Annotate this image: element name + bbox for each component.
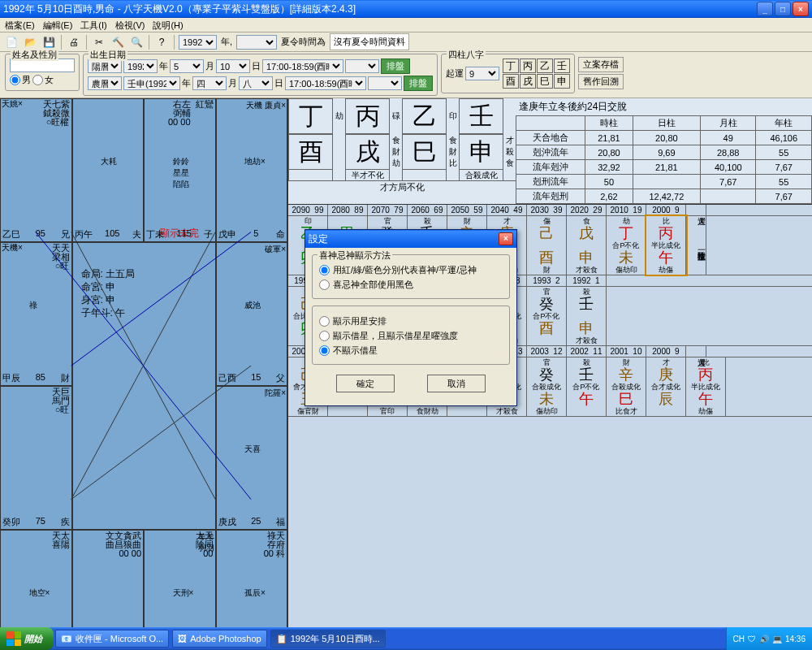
task-item[interactable]: 📧 收件匣 - Microsoft O... — [55, 630, 169, 648]
color-opt2-radio[interactable] — [319, 280, 330, 290]
task-item-active[interactable]: 📋 1992年 5月10日酉時... — [270, 630, 386, 648]
task-item[interactable]: 🖼 Adobe Photoshop — [172, 630, 266, 648]
stem-cell: 丁 — [288, 98, 333, 134]
tray-icon[interactable]: 🔊 — [759, 635, 769, 644]
menu-help[interactable]: 說明(H) — [153, 20, 183, 30]
save-case-button[interactable]: 立案存檔 — [578, 57, 624, 72]
solar-day-select[interactable]: 10 — [216, 59, 250, 73]
stem-cell: 壬 — [459, 98, 503, 134]
solar-go-button[interactable]: 排盤 — [381, 58, 410, 74]
luck-cell[interactable]: 財 辛 合殺成化 巳 比食才 — [607, 358, 646, 416]
menubar: 檔案(E) 編輯(E) 工具(I) 檢視(V) 說明(H) — [0, 18, 812, 32]
new-icon[interactable]: 📄 — [3, 34, 19, 50]
stem-cell: 乙 — [402, 98, 447, 134]
lunar-month-select[interactable]: 四 — [192, 76, 227, 90]
birthdate-group: 出生日期 陽曆 1992年 5月 10日 17:00-18:59(酉時) 排盤 … — [83, 54, 438, 96]
system-tray[interactable]: CH 🛡 🔊 💻 14:36 — [726, 627, 812, 650]
qiyun-select[interactable]: 9 — [465, 67, 499, 80]
star-opt2-radio[interactable] — [319, 331, 330, 341]
calendar-solar-select[interactable]: 陽曆 — [88, 59, 122, 73]
minimize-button[interactable]: _ — [757, 2, 773, 16]
gender-female-radio[interactable] — [32, 75, 43, 85]
open-icon[interactable]: 📂 — [22, 34, 38, 50]
start-button[interactable]: 開始 — [0, 627, 54, 650]
branch-cell: 酉 — [288, 134, 333, 170]
calendar-lunar-select[interactable]: 農曆 — [88, 76, 122, 90]
close-button[interactable]: × — [793, 2, 809, 16]
dst-status: 沒有夏令時間資料 — [330, 33, 409, 50]
solar-extra-select[interactable] — [345, 59, 379, 73]
ziwei-palace[interactable]: 破軍×威池己酉15父 — [216, 242, 288, 386]
settings-dialog: 設定 × 喜神忌神顯示方法 用紅/綠/藍色分別代表喜神/平運/忌神 喜忌神全部使… — [304, 229, 517, 406]
ziwei-palace[interactable]: 天巨馬門○旺癸卯75疾 — [0, 386, 72, 530]
star-display-group: 顯示用星安排 顯示借星，且顯示借星星曜強度 不顯示借星 — [312, 306, 510, 365]
luck-cell[interactable]: 殺 壬 合P不化 午 — [567, 358, 607, 416]
tool-icon-1[interactable]: ✂ — [91, 34, 107, 50]
luck-cell[interactable]: 才 庚 合才成化 辰 — [646, 358, 686, 416]
luck-cell[interactable]: 官 癸 合殺成化 未 傷劫印 — [527, 358, 567, 416]
solar-hour-select[interactable]: 17:00-18:59(酉時) — [262, 59, 343, 73]
dialog-ok-button[interactable]: 確定 — [336, 375, 395, 392]
dialog-titlebar: 設定 × — [305, 230, 516, 248]
menu-edit[interactable]: 編輯(E) — [43, 20, 73, 30]
menu-view[interactable]: 檢視(V) — [115, 20, 145, 30]
gender-male-radio[interactable] — [10, 75, 20, 85]
tool-icon-2[interactable]: 🔨 — [110, 34, 126, 50]
dst-select[interactable] — [236, 35, 277, 50]
lunar-day-select[interactable]: 八 — [239, 76, 273, 90]
ziwei-palace[interactable]: 天七紫鉞殺微○旺權天姚×乙巳95兄 — [0, 98, 72, 242]
print-icon[interactable]: 🖨 — [66, 34, 82, 50]
menu-file[interactable]: 檔案(E) — [5, 20, 35, 30]
menu-tools[interactable]: 工具(I) — [80, 20, 106, 30]
color-opt1-radio[interactable] — [319, 265, 330, 275]
window-title: 1992年 5月10日酉時,男命 - 八字天機V2.0（專業子平紫斗雙盤版）[詳… — [3, 2, 757, 16]
branch-cell: 巳 — [402, 134, 447, 170]
bazi-header: 丁劫丙碌乙印壬 酉戌食財劫巳食財比申才殺食 半才不化合殺成化 才方局不化 逢庚年… — [288, 98, 812, 205]
luck-cell[interactable]: 殺 壬 申 才殺食 — [567, 287, 607, 345]
star-opt1-radio[interactable] — [319, 316, 330, 327]
input-form: 姓名及性別 男 女 出生日期 陽曆 1992年 5月 10日 17:00-18:… — [0, 52, 812, 98]
luck-cell[interactable]: 傷 己 酉 財 — [527, 216, 567, 275]
ziwei-center: 命局: 土五局命宮: 申身宮: 申子年斗: 午 — [72, 242, 216, 530]
sizhu-group: 四柱八字 起運 9 丁丙乙壬 酉戌巳申 — [441, 54, 575, 93]
color-method-group: 喜神忌神顯示方法 用紅/綠/藍色分別代表喜神/平運/忌神 喜忌神全部使用黑色 — [312, 254, 510, 299]
lunar-year-select[interactable]: 壬申(1992) — [123, 76, 180, 90]
luck-table: 逢庚年立冬後約24日交脫 時柱日柱月柱年柱天合地合21,8120,804946,… — [516, 98, 812, 204]
luck-cell[interactable]: 比 丙 半比成化 午 劫傷 — [686, 358, 726, 416]
solar-year-select[interactable]: 1992 — [123, 59, 158, 73]
four-pillars: 丁劫丙碌乙印壬 酉戌食財劫巳食財比申才殺食 半才不化合殺成化 才方局不化 — [288, 98, 516, 204]
ziwei-palace[interactable]: 天機 廉貞×地劫×戊申5命 — [216, 98, 288, 242]
luck-cell[interactable]: 官 癸 合P不化 酉 — [527, 287, 567, 345]
name-gender-group: 姓名及性別 男 女 — [5, 54, 80, 91]
save-icon[interactable]: 💾 — [41, 34, 57, 50]
year-label: 年, — [219, 36, 234, 48]
dialog-close-button[interactable]: × — [499, 232, 513, 245]
branch-cell: 申 — [459, 134, 503, 170]
dst-label: 夏令時間為 — [279, 36, 327, 48]
year-select[interactable]: 1992 — [179, 35, 217, 50]
help-icon[interactable]: ? — [153, 34, 170, 50]
luck-cell[interactable]: 食 戊 申 才殺食 — [567, 216, 607, 275]
luck-cell[interactable]: 劫 丁 合P不化 未 傷劫印 — [607, 216, 646, 275]
ziwei-palace[interactable]: 紅鸞右左弼輔00 00鈴鈴星星陷陷顯示未完丁未115子 — [144, 98, 216, 242]
clock: 14:36 — [785, 635, 806, 644]
lunar-hour-select[interactable]: 17:00-18:59(酉時) — [285, 76, 366, 90]
dialog-cancel-button[interactable]: 取消 — [427, 375, 486, 392]
solar-month-select[interactable]: 5 — [170, 59, 204, 73]
recall-button[interactable]: 舊作回溯 — [578, 74, 624, 89]
lunar-extra-select[interactable] — [368, 76, 402, 90]
star-opt3-radio[interactable] — [319, 345, 330, 356]
windows-logo-icon — [6, 631, 21, 646]
tool-icon-3[interactable]: 🔍 — [128, 34, 145, 50]
maximize-button[interactable]: □ — [775, 2, 791, 16]
lunar-go-button[interactable]: 排盤 — [404, 76, 433, 91]
ziwei-palace[interactable]: 大耗丙午105夫 — [72, 98, 145, 242]
tray-icon[interactable]: 💻 — [772, 635, 782, 644]
ziwei-palace[interactable]: 陀羅×天喜庚戌25福 — [216, 386, 288, 530]
sizhu-grid: 丁丙乙壬 酉戌巳申 — [503, 58, 570, 89]
luck-cell[interactable]: 比 丙 半比成化 午 劫傷 — [646, 216, 686, 275]
ziwei-pane: 天七紫鉞殺微○旺權天姚×乙巳95兄大耗丙午105夫紅鸞右左弼輔00 00鈴鈴星星… — [0, 98, 288, 650]
stem-cell: 丙 — [345, 98, 390, 134]
ziwei-palace[interactable]: 天天梁相○旺天機×祿甲辰85財 — [0, 242, 72, 386]
tray-icon[interactable]: 🛡 — [748, 635, 756, 644]
